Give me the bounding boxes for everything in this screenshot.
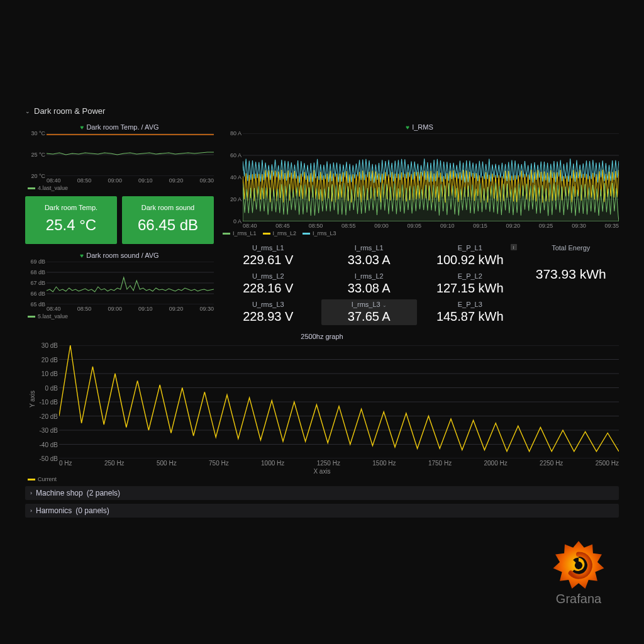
y-tick: 10 dB <box>42 370 58 377</box>
heart-icon: ♥ <box>80 124 84 131</box>
y-tick: 0 dB <box>45 384 58 391</box>
x-tick: 09:20 <box>169 306 184 312</box>
x-tick: 09:00 <box>108 177 122 184</box>
panel-irms[interactable]: ♥ I_RMS 80 A 60 A 40 A 20 A 0 A <box>220 122 619 236</box>
panel-temp-avg[interactable]: ♥ Dark room Temp. / AVG 30 °C 25 °C 20 °… <box>25 122 214 191</box>
chevron-down-icon: ⌄ <box>25 108 30 114</box>
info-icon[interactable]: i <box>511 244 517 250</box>
x-tick: 1500 Hz <box>372 460 396 467</box>
x-tick: 09:35 <box>604 223 619 229</box>
y-tick: 25 °C <box>31 152 45 158</box>
stat-value: 25.4 °C <box>29 216 113 234</box>
x-tick: 09:30 <box>199 177 214 184</box>
row-title: Dark room & Power <box>34 106 105 116</box>
metric-e-l1[interactable]: iE_P_L1100.92 kWh <box>422 243 518 269</box>
sound-sparkline <box>47 262 214 304</box>
panel-title-text: 2500hz graph <box>301 333 343 340</box>
svg-point-23 <box>575 562 582 569</box>
x-tick: 08:40 <box>243 223 257 229</box>
y-tick: 30 dB <box>42 342 58 349</box>
chevron-right-icon: › <box>30 508 32 514</box>
chevron-right-icon: › <box>30 490 32 496</box>
x-tick: 0 Hz <box>59 460 72 467</box>
metric-e-l2[interactable]: E_P_L2127.15 kWh <box>422 271 518 297</box>
x-tick: 09:25 <box>539 223 553 229</box>
x-tick: 09:00 <box>374 223 389 229</box>
x-tick: 2250 Hz <box>540 460 563 467</box>
y-tick: -20 dB <box>40 413 58 419</box>
stat-label: Dark room Temp. <box>29 204 113 211</box>
x-tick: 500 Hz <box>157 460 177 467</box>
legend-item: I_rms_L3 <box>313 230 336 236</box>
stat-sound[interactable]: Dark room sound 66.45 dB <box>122 196 214 244</box>
x-tick: 09:10 <box>138 177 153 184</box>
x-tick: 09:15 <box>473 223 487 229</box>
heart-icon: ♥ <box>80 252 84 259</box>
x-tick: 1000 Hz <box>261 460 284 467</box>
x-tick: 750 Hz <box>209 460 229 467</box>
x-tick: 09:05 <box>408 223 422 229</box>
brand-name: Grafana <box>551 592 606 606</box>
x-tick: 08:40 <box>47 306 61 312</box>
y-tick: -50 dB <box>40 455 58 462</box>
irms-sparkline <box>243 133 619 221</box>
y-tick: 80 A <box>230 130 242 136</box>
row-title: Harmonics <box>36 506 72 515</box>
x-tick: 08:50 <box>309 223 323 229</box>
y-tick: -40 dB <box>40 441 58 448</box>
x-tick: 08:45 <box>275 223 290 229</box>
row-meta: (2 panels) <box>87 489 120 497</box>
panel-sound-avg[interactable]: ♥ Dark room sound / AVG 69 dB 68 dB 67 d… <box>25 250 214 319</box>
metric-i-l3[interactable]: I_rms_L3⌄37.65 A <box>321 299 418 325</box>
x-tick: 2000 Hz <box>484 460 508 467</box>
x-tick: 09:10 <box>440 223 455 229</box>
temp-sparkline <box>47 133 214 176</box>
y-tick: 20 dB <box>42 356 58 363</box>
panel-title-text: I_RMS <box>412 123 433 131</box>
x-tick: 09:30 <box>199 306 214 312</box>
row-machine-shop[interactable]: › Machine shop (2 panels) <box>25 486 619 500</box>
metric-u-l2[interactable]: U_rms_L2228.16 V <box>220 271 316 297</box>
legend-item: 5.last_value <box>38 313 68 319</box>
x-tick: 08:50 <box>77 177 92 184</box>
legend-item: Current <box>38 476 57 482</box>
y-tick: 20 °C <box>31 173 45 179</box>
x-tick: 09:10 <box>138 306 153 312</box>
metric-u-l3[interactable]: U_rms_L3228.93 V <box>220 299 316 325</box>
x-tick: 09:20 <box>506 223 521 229</box>
legend-item: 4.last_value <box>38 185 68 191</box>
y-tick: 60 A <box>230 152 242 158</box>
x-axis-label: X axis <box>25 468 619 475</box>
grafana-logo: Grafana <box>551 538 606 606</box>
x-tick: 09:30 <box>572 223 586 229</box>
x-tick: 250 Hz <box>104 460 125 467</box>
row-title: Machine shop <box>36 489 83 497</box>
y-tick: 67 dB <box>30 280 45 286</box>
metric-e-l3[interactable]: E_P_L3145.87 kWh <box>422 299 518 325</box>
x-tick: 08:40 <box>47 177 61 184</box>
y-tick: 65 dB <box>30 301 45 308</box>
x-tick: 08:55 <box>341 223 356 229</box>
panel-2500hz[interactable]: 2500hz graph Y axis 30 dB 20 dB 10 dB 0 … <box>25 331 619 482</box>
legend-item: I_rms_L1 <box>233 230 257 236</box>
y-tick: 68 dB <box>30 269 45 275</box>
y-tick: 20 A <box>230 196 242 203</box>
y-tick: 30 °C <box>31 130 45 136</box>
metric-u-l1[interactable]: U_rms_L1229.61 V <box>220 243 316 269</box>
y-tick: -10 dB <box>40 399 58 406</box>
chevron-down-icon[interactable]: ⌄ <box>382 303 387 308</box>
metric-i-l2[interactable]: I_rms_L233.08 A <box>321 271 418 297</box>
y-tick: 66 dB <box>30 291 45 297</box>
panel-title-text: Dark room sound / AVG <box>86 252 158 259</box>
metric-i-l1[interactable]: I_rms_L133.03 A <box>321 243 418 269</box>
row-dark-room-power[interactable]: ⌄ Dark room & Power <box>25 104 619 118</box>
x-tick: 1750 Hz <box>428 460 452 467</box>
stat-temp[interactable]: Dark room Temp. 25.4 °C <box>25 196 117 244</box>
x-tick: 09:20 <box>169 177 184 184</box>
x-tick: 2500 Hz <box>596 460 619 467</box>
row-harmonics[interactable]: › Harmonics (0 panels) <box>25 504 619 518</box>
hz-sparkline <box>59 345 619 458</box>
panel-title-text: Dark room Temp. / AVG <box>86 123 158 131</box>
metric-total-energy[interactable]: Total Energy373.93 kWh <box>523 243 619 325</box>
y-tick: 69 dB <box>30 258 45 265</box>
